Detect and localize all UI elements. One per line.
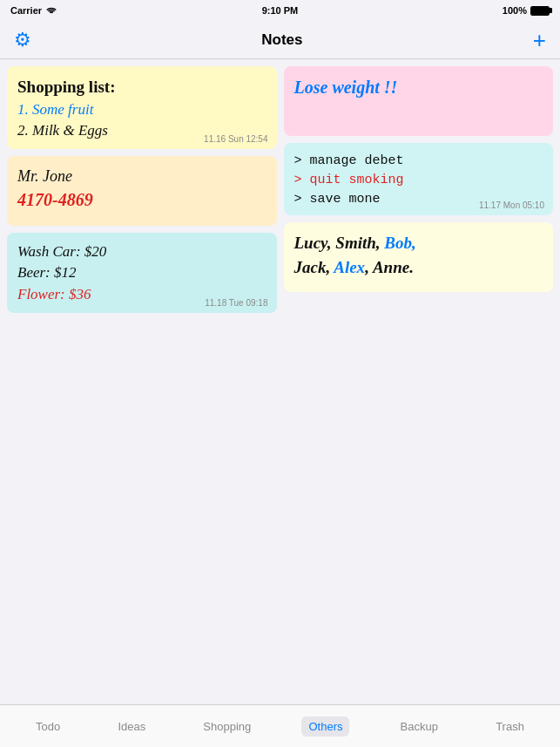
note-content: Lucy, Smith, Bob, Jack, Alex, Anne. [294, 231, 543, 279]
note-mr-jone[interactable]: Mr. Jone 4170-4869 [7, 156, 277, 226]
settings-icon[interactable]: ⚙ [14, 29, 31, 51]
nav-bar: ⚙ Notes + [0, 21, 560, 59]
page-title: Notes [261, 31, 302, 49]
note-timestamp: 11.17 Mon 05:10 [479, 200, 544, 210]
tab-bar: Todo Ideas Shopping Others Backup Trash [0, 704, 560, 747]
notes-right-column: Lose weight !! > manage debet > quit smo… [284, 66, 554, 697]
add-note-button[interactable]: + [533, 29, 546, 51]
battery-icon [530, 6, 550, 16]
note-line-2: 1. Some fruit [17, 99, 267, 121]
note-content: Wash Car: $20 Beer: $12 Flower: $36 [17, 241, 267, 306]
text-alex: Alex [334, 258, 365, 276]
note-line-1: Lose weight !! [294, 75, 543, 100]
note-content: Mr. Jone 4170-4869 [17, 165, 267, 213]
text-lucy: Lucy, Smith, [294, 234, 385, 252]
note-timestamp: 11.18 Tue 09:18 [205, 298, 267, 308]
note-line-2: Beer: $12 [17, 262, 267, 284]
note-content: Shopping list: 1. Some fruit 2. Milk & E… [17, 75, 267, 142]
note-line-2: Jack, Alex, Anne. [294, 255, 543, 280]
notes-container: Shopping list: 1. Some fruit 2. Milk & E… [0, 59, 560, 704]
note-shopping-list[interactable]: Shopping list: 1. Some fruit 2. Milk & E… [7, 66, 277, 149]
text-bob: Bob, [384, 234, 415, 252]
tab-todo[interactable]: Todo [29, 716, 67, 737]
note-line-1: Wash Car: $20 [17, 241, 267, 263]
note-line-1: > manage debet [294, 152, 543, 171]
text-anne: , Anne. [365, 258, 414, 276]
note-wash-car[interactable]: Wash Car: $20 Beer: $12 Flower: $36 11.1… [7, 233, 277, 313]
note-line-2: > quit smoking [294, 171, 543, 190]
note-line-1: Mr. Jone [17, 165, 267, 187]
battery-percent: 100% [503, 5, 527, 16]
note-timestamp: 11.16 Sun 12:54 [204, 134, 267, 144]
note-lucy-smith[interactable]: Lucy, Smith, Bob, Jack, Alex, Anne. [284, 222, 554, 292]
text-jack: Jack, [294, 258, 334, 276]
tab-ideas[interactable]: Ideas [111, 716, 152, 737]
status-bar-right: 100% [503, 5, 550, 16]
tab-trash[interactable]: Trash [489, 716, 531, 737]
carrier-label: Carrier [10, 5, 42, 16]
status-bar-left: Carrier [10, 5, 57, 17]
note-line-2: 4170-4869 [17, 187, 267, 213]
tab-backup[interactable]: Backup [394, 716, 445, 737]
note-lose-weight[interactable]: Lose weight !! [284, 66, 554, 136]
note-content: Lose weight !! [294, 75, 543, 100]
tab-others[interactable]: Others [301, 716, 349, 737]
wifi-icon [45, 5, 57, 17]
status-bar: Carrier 9:10 PM 100% [0, 0, 560, 21]
status-bar-time: 9:10 PM [262, 5, 299, 16]
note-manage-debet[interactable]: > manage debet > quit smoking > save mon… [284, 143, 554, 215]
notes-left-column: Shopping list: 1. Some fruit 2. Milk & E… [7, 66, 277, 697]
note-line-1: Shopping list: [17, 75, 267, 99]
note-line-1: Lucy, Smith, Bob, [294, 231, 543, 255]
tab-shopping[interactable]: Shopping [196, 716, 258, 737]
